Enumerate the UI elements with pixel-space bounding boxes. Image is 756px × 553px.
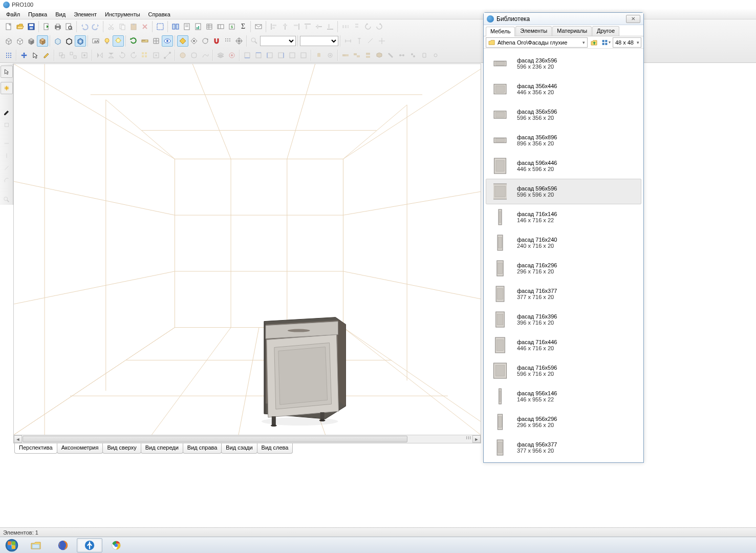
scroll-right-arrow-icon[interactable]: ► bbox=[472, 435, 481, 443]
svg-rect-158 bbox=[175, 159, 343, 327]
joint5-icon bbox=[385, 50, 396, 61]
new-file-icon[interactable] bbox=[3, 21, 14, 32]
library-path-combo[interactable]: Athena Oro\Фасады глухие ▾ bbox=[486, 37, 588, 48]
save-file-icon[interactable] bbox=[26, 21, 37, 32]
library-tab-materials[interactable]: Материалы bbox=[552, 26, 592, 36]
pointer-tool-icon[interactable] bbox=[2, 67, 12, 77]
library-tab-other[interactable]: Другое bbox=[592, 26, 619, 36]
light-on-icon[interactable] bbox=[113, 35, 124, 47]
library-title-bar[interactable]: Библиотека ✕ bbox=[484, 13, 643, 25]
scroll-left-arrow-icon[interactable]: ◄ bbox=[14, 435, 22, 443]
eye-icon[interactable] bbox=[162, 35, 173, 47]
view-tab-back[interactable]: Вид сзади bbox=[221, 443, 257, 454]
view-tab-left[interactable]: Вид слева bbox=[257, 443, 293, 454]
menu-element[interactable]: Элемент bbox=[70, 10, 101, 18]
sum-icon[interactable]: Σ bbox=[237, 21, 249, 32]
snap-target-icon[interactable] bbox=[233, 35, 245, 47]
menu-file[interactable]: Файл bbox=[2, 10, 24, 18]
library-item[interactable]: фасад 596x446446 x 596 x 20 bbox=[486, 153, 641, 179]
library-item[interactable]: фасад 716x296296 x 716 x 20 bbox=[486, 256, 641, 281]
start-button[interactable] bbox=[1, 538, 23, 553]
taskbar-chrome[interactable] bbox=[103, 538, 129, 552]
cost-icon[interactable]: $ bbox=[226, 21, 237, 32]
open-file-icon[interactable] bbox=[14, 21, 26, 32]
snap-rotate-icon[interactable] bbox=[200, 35, 211, 47]
select-all-icon[interactable] bbox=[155, 21, 166, 32]
sheet-icon[interactable] bbox=[204, 21, 215, 32]
ruler-icon[interactable] bbox=[139, 35, 150, 47]
realistic-icon[interactable] bbox=[75, 35, 86, 47]
library-thumbsize-combo[interactable]: 48 x 48 bbox=[613, 37, 641, 48]
grid-icon[interactable] bbox=[150, 35, 162, 47]
svg-rect-206 bbox=[602, 42, 604, 45]
library-close-button[interactable]: ✕ bbox=[626, 15, 640, 23]
menu-help[interactable]: Справка bbox=[144, 10, 175, 18]
library-item[interactable]: фасад 716x240240 x 716 x 20 bbox=[486, 230, 641, 256]
taskbar-explorer[interactable] bbox=[24, 538, 49, 552]
library-item[interactable]: фасад 236x596596 x 236 x 20 bbox=[486, 51, 641, 76]
library-item[interactable]: фасад 956x377377 x 956 x 20 bbox=[486, 435, 641, 460]
menu-edit[interactable]: Правка bbox=[24, 10, 51, 18]
library-item[interactable]: фасад 596x596596 x 596 x 20 bbox=[486, 179, 641, 204]
snap-mid-icon[interactable] bbox=[188, 35, 200, 47]
properties-icon[interactable] bbox=[181, 21, 192, 32]
textured-icon[interactable] bbox=[37, 35, 48, 47]
library-item[interactable]: фасад 716x146146 x 716 x 22 bbox=[486, 204, 641, 230]
export-icon[interactable] bbox=[41, 21, 52, 32]
library-toggle-icon[interactable] bbox=[170, 21, 181, 32]
magnet-icon[interactable] bbox=[211, 35, 222, 47]
report-icon[interactable] bbox=[192, 21, 204, 32]
library-view-button[interactable]: ▾ bbox=[601, 37, 611, 48]
library-item-name: фасад 716x146 bbox=[517, 211, 557, 217]
dim-vertical-icon bbox=[354, 35, 365, 47]
transparent-icon[interactable] bbox=[52, 35, 63, 47]
horizontal-scrollbar[interactable]: ◄ III ► bbox=[14, 435, 481, 443]
snap-grid-icon[interactable] bbox=[222, 35, 233, 47]
view-tab-axonometry[interactable]: Аксонометрия bbox=[57, 443, 103, 454]
hidden-line-icon[interactable] bbox=[14, 35, 26, 47]
view-tab-right[interactable]: Вид справа bbox=[183, 443, 222, 454]
library-list[interactable]: фасад 236x596596 x 236 x 20фасад 356x446… bbox=[484, 49, 643, 461]
snap-grid2-icon[interactable] bbox=[3, 50, 14, 61]
library-tab-elements[interactable]: Элементы bbox=[515, 26, 552, 36]
library-item[interactable]: фасад 716x396396 x 716 x 20 bbox=[486, 307, 641, 332]
library-tab-furniture[interactable]: Мебель bbox=[486, 27, 515, 36]
view-tab-perspective[interactable]: Перспектива bbox=[14, 443, 57, 454]
scroll-track[interactable]: III bbox=[22, 435, 472, 443]
library-item[interactable]: фасад 356x596596 x 356 x 20 bbox=[486, 102, 641, 127]
taskbar-pro100[interactable] bbox=[77, 538, 102, 552]
shaded-icon[interactable] bbox=[26, 35, 37, 47]
library-item[interactable]: фасад 356x896896 x 356 x 20 bbox=[486, 127, 641, 153]
snap-corner-icon[interactable] bbox=[177, 35, 188, 47]
library-up-button[interactable] bbox=[589, 37, 599, 48]
library-item[interactable]: фасад 956x146146 x 955 x 22 bbox=[486, 384, 641, 409]
library-item[interactable]: фасад 956x296296 x 956 x 20 bbox=[486, 409, 641, 435]
wireframe-icon[interactable] bbox=[3, 35, 14, 47]
dimension-report-icon[interactable] bbox=[215, 21, 226, 32]
edit-tool-icon[interactable] bbox=[41, 50, 52, 61]
layer-select[interactable] bbox=[300, 36, 338, 46]
print-preview-icon[interactable] bbox=[63, 21, 75, 32]
select-tool-icon[interactable] bbox=[30, 50, 41, 61]
view-tab-top[interactable]: Вид сверху bbox=[102, 443, 141, 454]
print-icon[interactable] bbox=[52, 21, 63, 32]
library-item[interactable]: фасад 356x446446 x 356 x 20 bbox=[486, 76, 641, 102]
light-edit-icon[interactable] bbox=[101, 35, 113, 47]
light-tool-icon[interactable] bbox=[2, 83, 12, 93]
outline-icon[interactable] bbox=[63, 35, 75, 47]
library-item[interactable]: фасад 716x596596 x 716 x 20 bbox=[486, 358, 641, 384]
menu-tools[interactable]: Инструменты bbox=[101, 10, 144, 18]
mail-icon[interactable] bbox=[253, 21, 264, 32]
library-item[interactable]: фасад 716x377377 x 716 x 20 bbox=[486, 281, 641, 307]
library-item[interactable]: фасад 716x446446 x 716 x 20 bbox=[486, 332, 641, 358]
taskbar-firefox[interactable] bbox=[50, 538, 76, 552]
3d-viewport[interactable] bbox=[14, 64, 481, 435]
view-tab-front[interactable]: Вид спереди bbox=[141, 443, 183, 454]
zoom-select[interactable] bbox=[260, 36, 296, 46]
refresh-icon[interactable] bbox=[128, 35, 139, 47]
pencil-tool-icon[interactable] bbox=[2, 108, 12, 118]
scroll-thumb[interactable] bbox=[23, 436, 407, 442]
label-icon[interactable]: aA bbox=[90, 35, 101, 47]
menu-view[interactable]: Вид bbox=[51, 10, 70, 18]
move-tool-icon[interactable] bbox=[18, 50, 30, 61]
